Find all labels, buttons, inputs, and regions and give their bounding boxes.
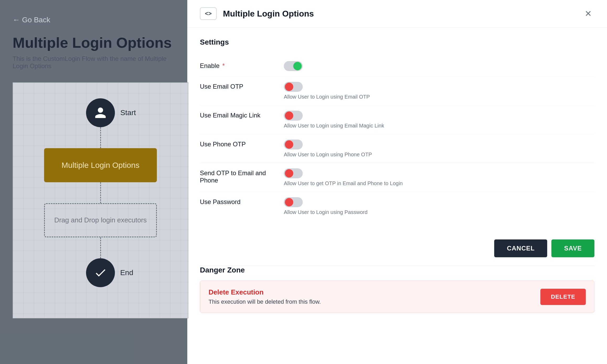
save-button[interactable]: SAVE xyxy=(551,239,594,257)
setting-right-phone-otp: Allow User to Login using Phone OTP xyxy=(284,140,594,158)
setting-desc-password: Allow User to Login using Password xyxy=(284,209,368,215)
main-node-label: Multiple Login Options xyxy=(62,161,140,170)
setting-row-phone-otp: Use Phone OTP Allow User to Login using … xyxy=(200,134,594,163)
code-icon-box: <> xyxy=(200,7,217,20)
setting-right-magic-link: Allow User to Login using Email Magic Li… xyxy=(284,111,594,129)
setting-desc-magic-link: Allow User to Login using Email Magic Li… xyxy=(284,123,384,129)
setting-desc-email-otp: Allow User to Login using Email OTP xyxy=(284,94,370,100)
danger-description: This execution will be deleted from this… xyxy=(209,298,540,305)
page-subtitle: This is the CustomLogin Flow with the na… xyxy=(13,55,175,70)
panel-header: <> Multiple Login Options ✕ xyxy=(187,0,607,28)
toggle-send-otp[interactable] xyxy=(284,168,303,178)
danger-box-left: Delete Execution This execution will be … xyxy=(209,288,540,305)
start-node xyxy=(86,98,115,127)
panel-header-left: <> Multiple Login Options xyxy=(200,7,314,20)
setting-row-magic-link: Use Email Magic Link Allow User to Login… xyxy=(200,105,594,134)
setting-right-enable xyxy=(284,61,594,71)
danger-zone-title: Danger Zone xyxy=(200,266,594,274)
setting-right-send-otp: Allow User to get OTP in Email and Phone… xyxy=(284,168,594,186)
setting-label-password: Use Password xyxy=(200,197,284,206)
start-label: Start xyxy=(120,109,136,117)
close-button[interactable]: ✕ xyxy=(582,7,594,20)
connector-line-1 xyxy=(100,127,101,148)
setting-label-phone-otp: Use Phone OTP xyxy=(200,140,284,148)
danger-heading: Delete Execution xyxy=(209,288,540,296)
panel-title: Multiple Login Options xyxy=(223,9,314,19)
cancel-button[interactable]: CANCEL xyxy=(494,239,547,257)
page-title: Multiple Login Options xyxy=(13,35,175,51)
toggle-enable[interactable] xyxy=(284,61,303,71)
right-panel: <> Multiple Login Options ✕ Settings Ena… xyxy=(187,0,607,364)
connector-line-2 xyxy=(100,182,101,203)
setting-desc-send-otp: Allow User to get OTP in Email and Phone… xyxy=(284,180,403,186)
toggle-email-otp[interactable] xyxy=(284,82,303,92)
action-buttons: CANCEL SAVE xyxy=(187,231,607,266)
toggle-phone-otp[interactable] xyxy=(284,140,303,149)
code-icon: <> xyxy=(205,10,212,17)
main-flow-node: Multiple Login Options xyxy=(44,148,157,182)
end-label: End xyxy=(120,269,133,277)
setting-row-password: Use Password Allow User to Login using P… xyxy=(200,192,594,221)
setting-row-enable: Enable * xyxy=(200,56,594,77)
danger-box: Delete Execution This execution will be … xyxy=(200,281,594,313)
setting-right-email-otp: Allow User to Login using Email OTP xyxy=(284,82,594,100)
setting-label-send-otp: Send OTP to Email and Phone xyxy=(200,168,284,184)
back-arrow-icon: ← xyxy=(13,16,20,24)
settings-title: Settings xyxy=(200,38,594,46)
setting-right-password: Allow User to Login using Password xyxy=(284,197,594,215)
delete-button[interactable]: DELETE xyxy=(540,289,586,305)
settings-section: Settings Enable * Use Email OTP xyxy=(187,28,607,231)
drop-zone-label: Drag and Drop login executors xyxy=(54,216,147,224)
setting-label-magic-link: Use Email Magic Link xyxy=(200,111,284,119)
required-star: * xyxy=(222,62,225,69)
danger-section: Danger Zone Delete Execution This execut… xyxy=(187,266,607,325)
setting-row-email-otp: Use Email OTP Allow User to Login using … xyxy=(200,77,594,105)
setting-label-email-otp: Use Email OTP xyxy=(200,82,284,90)
end-node xyxy=(86,258,115,287)
setting-row-send-otp: Send OTP to Email and Phone Allow User t… xyxy=(200,163,594,192)
flow-diagram: Start Multiple Login Options Drag and Dr… xyxy=(13,82,188,318)
drop-zone-node[interactable]: Drag and Drop login executors xyxy=(44,203,157,237)
setting-desc-phone-otp: Allow User to Login using Phone OTP xyxy=(284,152,372,158)
toggle-password[interactable] xyxy=(284,197,303,207)
go-back-button[interactable]: ← Go Back xyxy=(13,16,175,24)
connector-line-3 xyxy=(100,237,101,258)
toggle-magic-link[interactable] xyxy=(284,111,303,121)
go-back-label: Go Back xyxy=(22,16,50,24)
setting-label-enable: Enable * xyxy=(200,61,284,69)
left-panel: ← Go Back Multiple Login Options This is… xyxy=(0,0,187,364)
